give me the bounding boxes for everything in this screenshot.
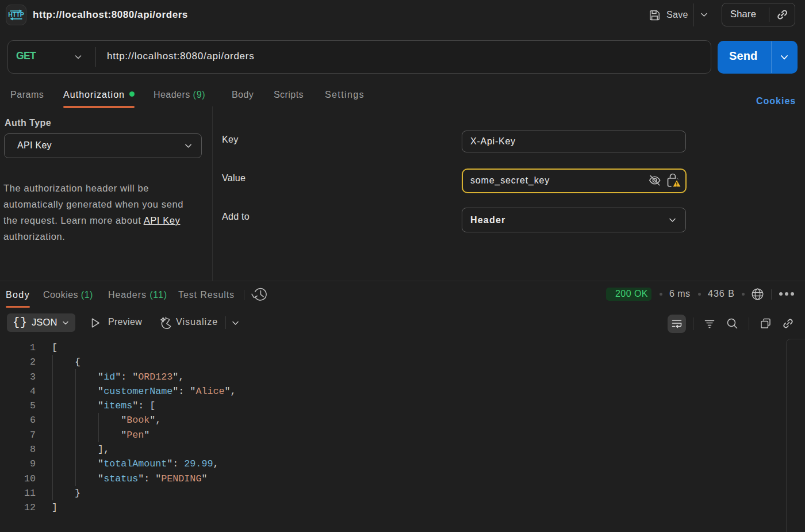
svg-text:HTTP: HTTP bbox=[8, 11, 24, 18]
